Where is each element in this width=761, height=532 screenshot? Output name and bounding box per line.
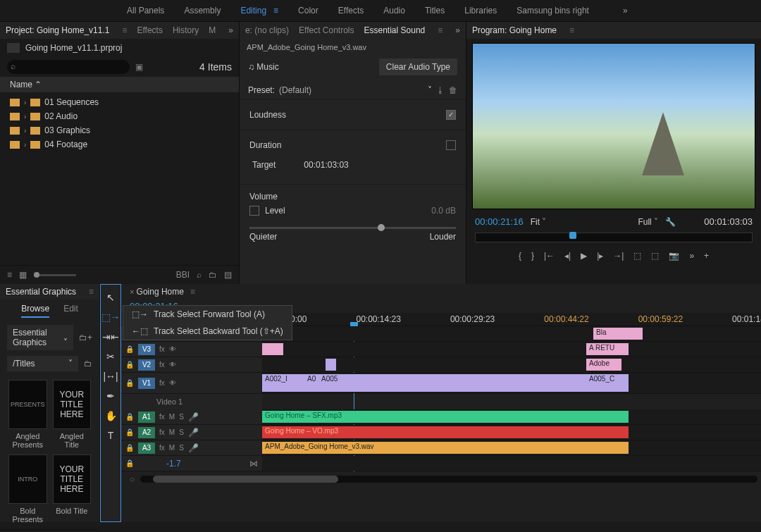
selection-tool-icon[interactable]: ↖: [106, 292, 115, 303]
trash-icon[interactable]: 🗑: [449, 85, 457, 95]
level-value[interactable]: 0.0 dB: [431, 206, 456, 216]
ws-tab-all[interactable]: All Panels: [127, 6, 164, 16]
loudness-label[interactable]: Loudness: [249, 110, 286, 120]
wrench-icon[interactable]: 🔧: [665, 217, 676, 227]
mark-in-icon[interactable]: {: [519, 251, 521, 261]
tab-effect-controls[interactable]: Effect Controls: [299, 25, 354, 35]
add-button-icon[interactable]: +: [704, 251, 709, 261]
timeline-hscroll[interactable]: [140, 476, 757, 483]
program-preview[interactable]: [472, 43, 755, 209]
track-label-v1[interactable]: V1: [138, 378, 155, 389]
step-forward-icon[interactable]: |▸: [597, 251, 603, 261]
lock-icon[interactable]: 🔒: [125, 444, 134, 452]
menu-track-select-forward[interactable]: ⬚→Track Select Forward Tool (A): [123, 306, 292, 323]
download-icon[interactable]: ⭳: [436, 85, 445, 95]
clip[interactable]: A RETU: [586, 343, 629, 355]
clip[interactable]: A005_C: [586, 374, 629, 392]
clear-audio-type-button[interactable]: Clear Audio Type: [379, 58, 457, 75]
ws-tab-titles[interactable]: Titles: [425, 6, 445, 16]
clip[interactable]: Bla: [593, 328, 643, 340]
column-header-name[interactable]: Name ⌃: [0, 77, 239, 92]
ws-tab-effects[interactable]: Effects: [338, 6, 364, 16]
sequence-tab[interactable]: Going Home ≡: [121, 284, 761, 299]
tab-essential-graphics[interactable]: Essential Graphics: [6, 287, 76, 297]
search-icon[interactable]: ⌕: [197, 270, 202, 280]
overflow-icon[interactable]: »: [689, 251, 694, 261]
mic-icon[interactable]: 🎤: [188, 412, 199, 422]
folder-icon[interactable]: 🗀: [84, 359, 92, 369]
tab-project[interactable]: Project: Going Home_v11.1: [6, 25, 109, 35]
fx-icon[interactable]: fx: [159, 428, 165, 436]
solo-icon[interactable]: S: [179, 428, 184, 436]
clip[interactable]: A002_I: [262, 374, 304, 392]
track-label-v3[interactable]: V3: [138, 344, 155, 355]
clip[interactable]: [347, 374, 586, 392]
ws-tab-assembly[interactable]: Assembly: [184, 6, 221, 16]
zoom-fit-select[interactable]: Fit ˅: [531, 217, 547, 227]
tab-effects[interactable]: Effects: [137, 25, 162, 35]
duration-checkbox[interactable]: [446, 140, 456, 150]
chevron-right-icon[interactable]: ›: [24, 141, 26, 149]
track-label-v2[interactable]: V2: [138, 359, 155, 371]
mute-icon[interactable]: M: [169, 444, 175, 452]
preset-select[interactable]: (Default): [279, 85, 423, 95]
bin-row[interactable]: ›01 Sequences: [6, 95, 233, 109]
mute-icon[interactable]: M: [169, 413, 175, 421]
step-back-icon[interactable]: ◂|: [564, 251, 571, 261]
panel-menu-icon[interactable]: ≡: [569, 25, 574, 35]
clip[interactable]: APM_Adobe_Going Home_v3.wav: [262, 442, 629, 454]
eye-icon[interactable]: 👁: [169, 361, 176, 369]
add-folder-icon[interactable]: 🗀+: [79, 333, 92, 342]
clip[interactable]: Adobe: [586, 359, 621, 371]
graphics-source-select[interactable]: Essential Graphics ˅: [7, 325, 73, 350]
ws-tab-color[interactable]: Color: [298, 6, 318, 16]
eye-icon[interactable]: 👁: [169, 379, 176, 387]
graphics-template[interactable]: YOUR TITLE HEREBold Title: [53, 454, 92, 524]
tab-m[interactable]: M: [209, 25, 216, 35]
chevron-down-icon[interactable]: ˅: [428, 85, 432, 95]
track-label-a3[interactable]: A3: [138, 443, 155, 454]
pen-tool-icon[interactable]: ✒: [106, 390, 115, 402]
ws-tab-samsung[interactable]: Samsung bins right: [516, 6, 589, 16]
project-search-input[interactable]: [7, 60, 130, 74]
list-view-icon[interactable]: ≡: [7, 270, 12, 280]
lock-icon[interactable]: 🔒: [125, 428, 134, 436]
ws-tab-editing[interactable]: Editing: [240, 6, 266, 16]
hamburger-icon[interactable]: ≡: [273, 6, 278, 16]
panel-menu-icon[interactable]: ≡: [438, 25, 443, 35]
panel-menu-icon[interactable]: ≡: [190, 287, 195, 297]
graphics-template[interactable]: YOUR TITLE HEREAngled Title: [53, 380, 92, 449]
tab-essential-sound[interactable]: Essential Sound: [364, 25, 426, 35]
duration-label[interactable]: Duration: [249, 140, 281, 150]
clip[interactable]: Going Home – SFX.mp3: [262, 411, 629, 423]
ripple-edit-tool-icon[interactable]: ⇥⇤: [102, 331, 119, 342]
bin-row[interactable]: ›02 Audio: [6, 109, 233, 123]
lock-icon[interactable]: 🔒: [125, 413, 134, 421]
target-timecode[interactable]: 00:01:03:03: [304, 160, 348, 170]
chevron-right-icon[interactable]: ›: [24, 127, 26, 135]
volume-slider[interactable]: [249, 227, 456, 229]
lock-icon[interactable]: 🔒: [125, 379, 134, 387]
lock-icon[interactable]: 🔒: [125, 345, 134, 353]
tab-history[interactable]: History: [173, 25, 199, 35]
program-timecode-current[interactable]: 00:00:21:16: [475, 216, 524, 227]
clip[interactable]: [326, 359, 336, 371]
mic-icon[interactable]: 🎤: [188, 443, 199, 453]
chevron-right-icon[interactable]: ›: [24, 113, 26, 120]
solo-icon[interactable]: S: [179, 444, 184, 452]
menu-track-select-backward[interactable]: ←⬚Track Select Backward Tool (⇧+A): [123, 323, 292, 340]
fx-icon[interactable]: fx: [159, 379, 165, 387]
mic-icon[interactable]: 🎤: [188, 428, 199, 438]
lift-icon[interactable]: ⬚: [633, 251, 641, 261]
clip[interactable]: A0: [304, 374, 318, 392]
link-icon[interactable]: ⋈: [249, 459, 258, 469]
extract-icon[interactable]: ⬚: [651, 251, 659, 261]
graphics-template[interactable]: INTROBold Presents: [8, 454, 47, 524]
ws-tab-libraries[interactable]: Libraries: [464, 6, 497, 16]
icon-view-icon[interactable]: ▦: [19, 270, 27, 280]
clip[interactable]: Going Home – VO.mp3: [262, 426, 629, 438]
chevron-right-icon[interactable]: ›: [24, 99, 26, 106]
master-db[interactable]: -1.7: [166, 459, 181, 469]
panel-menu-icon[interactable]: ≡: [122, 25, 127, 35]
program-scrubber[interactable]: [475, 233, 753, 242]
